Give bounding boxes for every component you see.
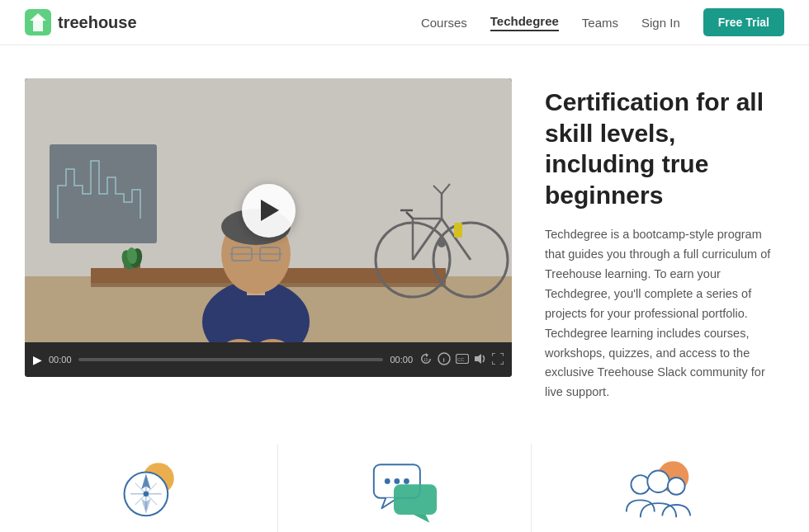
nav-techdegree[interactable]: Techdegree: [490, 14, 559, 31]
nav-teams[interactable]: Teams: [582, 16, 618, 30]
svg-point-53: [404, 478, 409, 484]
treehouse-logo-icon: [25, 9, 51, 35]
community-icon: [623, 459, 693, 524]
video-thumbnail: [25, 78, 512, 342]
svg-rect-21: [454, 223, 462, 238]
logo-text: treehouse: [58, 13, 137, 32]
features-section: Guided learning paths and weekly office …: [0, 427, 809, 532]
main-content: ▶ 00:00 00:00 10 i: [0, 45, 809, 427]
svg-text:i: i: [443, 356, 445, 364]
svg-rect-54: [393, 484, 436, 515]
hero-text: Certification for all skill levels, incl…: [545, 78, 784, 403]
svg-marker-40: [475, 354, 481, 364]
video-controls: ▶ 00:00 00:00 10 i: [25, 342, 512, 377]
svg-text:CC: CC: [457, 357, 465, 362]
svg-text:10: 10: [423, 357, 428, 362]
feature-community: Live chat support and community via Slac…: [532, 444, 784, 532]
svg-point-20: [438, 239, 446, 247]
svg-point-58: [667, 478, 684, 495]
feature-skills: Learn professional, technical, and soft …: [278, 444, 532, 532]
hero-headline: Certification for all skill levels, incl…: [545, 87, 784, 210]
nav-signin[interactable]: Sign In: [641, 16, 680, 30]
rewind-icon[interactable]: 10: [419, 352, 433, 368]
volume-icon[interactable]: [474, 353, 487, 367]
video-play-icon[interactable]: ▶: [33, 353, 42, 366]
compass-icon: [118, 459, 184, 524]
svg-point-49: [144, 491, 149, 497]
feature-guided-learning: Guided learning paths and weekly office …: [25, 444, 278, 532]
main-nav: Courses Techdegree Teams Sign In Free Tr…: [421, 8, 784, 36]
community-icon-wrap: [623, 460, 693, 522]
nav-courses[interactable]: Courses: [421, 16, 467, 30]
chat-icon: [370, 459, 440, 524]
video-current-time: 00:00: [49, 355, 72, 365]
logo[interactable]: treehouse: [25, 9, 137, 35]
free-trial-button[interactable]: Free Trial: [703, 8, 784, 36]
svg-point-52: [394, 478, 400, 484]
svg-point-57: [647, 470, 669, 492]
captions-icon[interactable]: CC: [456, 354, 469, 366]
hero-description: Techdegree is a bootcamp-style program t…: [545, 225, 784, 403]
compass-icon-wrap: [118, 460, 184, 522]
svg-point-51: [384, 478, 390, 484]
video-player[interactable]: ▶ 00:00 00:00 10 i: [25, 78, 512, 377]
info-icon[interactable]: i: [438, 352, 451, 368]
chat-icon-wrap: [370, 460, 440, 522]
video-progress-bar[interactable]: [78, 358, 384, 361]
svg-point-56: [631, 475, 650, 494]
video-ctrl-icons: 10 i CC: [419, 352, 504, 368]
video-total-time: 00:00: [390, 355, 413, 365]
play-button[interactable]: [242, 184, 296, 238]
play-triangle-icon: [261, 200, 279, 221]
fullscreen-icon[interactable]: [492, 353, 504, 367]
